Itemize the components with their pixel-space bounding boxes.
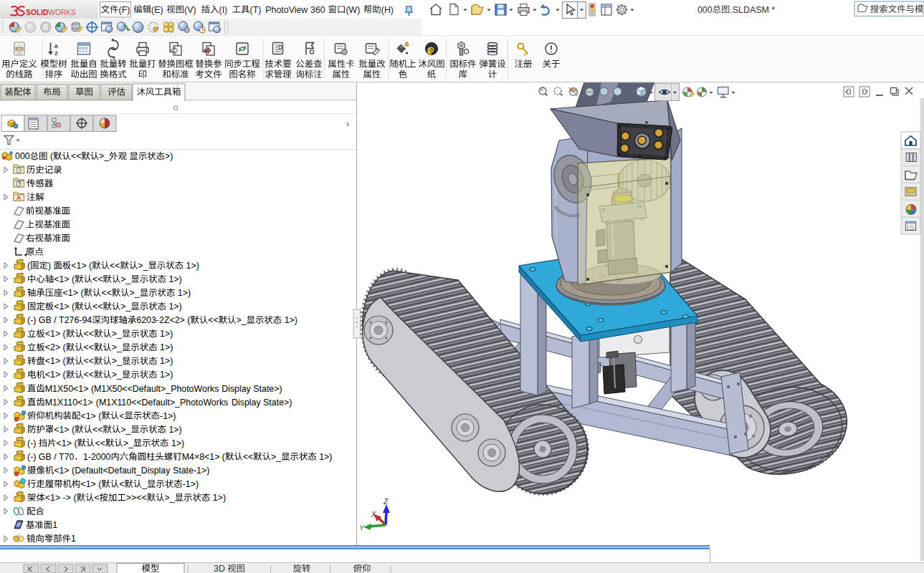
svg-text:<1>: <1> (45, 329, 60, 339)
svg-text:000: 000 (15, 151, 30, 161)
svg-text:-1>): -1>) (160, 411, 176, 421)
svg-text:1>): 1>) (178, 288, 191, 298)
svg-text:1>): 1>) (160, 342, 173, 352)
svg-text:State-1>): State-1>) (173, 466, 209, 476)
svg-text:(V): (V) (184, 5, 196, 15)
svg-text:(M1X110<<Default>_PhotoWorks: (M1X110<<Default>_PhotoWorks (96, 398, 228, 408)
svg-text:*: * (771, 5, 775, 15)
svg-text:1>): 1>) (171, 438, 184, 448)
svg-text:(W): (W) (346, 5, 360, 15)
svg-text:1>): 1>) (160, 329, 173, 339)
svg-text:>_: >_ (112, 356, 123, 366)
svg-text:<<: << (84, 329, 94, 339)
svg-text:<: < (94, 493, 99, 503)
svg-text:1>): 1>) (168, 274, 181, 284)
svg-text:Display: Display (222, 384, 251, 394)
svg-text:>): >) (165, 151, 173, 161)
svg-text:<<: << (95, 438, 105, 448)
svg-text:<1>: <1> (54, 274, 69, 284)
svg-text:<1>: <1> (54, 302, 69, 312)
svg-text:1>): 1>) (285, 315, 297, 325)
svg-text:<: < (119, 411, 124, 421)
svg-text:<<: << (92, 425, 103, 435)
svg-text:›: › (346, 119, 349, 129)
svg-text:<1>: <1> (45, 493, 60, 503)
svg-text:1>): 1>) (168, 425, 181, 435)
svg-text:>_: >_ (112, 370, 123, 380)
svg-text:<<: << (84, 370, 94, 380)
svg-text:A: A (16, 194, 21, 201)
svg-text:X: X (371, 511, 376, 519)
svg-text:State>): State>) (253, 384, 282, 394)
svg-text:<2>: <2> (45, 342, 60, 352)
svg-text:->: -> (63, 493, 71, 503)
svg-text:Display: Display (232, 398, 261, 408)
svg-text:1>): 1>) (186, 261, 199, 271)
svg-text:>_: >_ (120, 302, 131, 312)
svg-text:>_: >_ (112, 342, 123, 352)
svg-text:>_: >_ (165, 493, 176, 503)
svg-text:T70: T70 (59, 452, 74, 462)
svg-text:<1>: <1> (54, 425, 69, 435)
svg-text:360: 360 (310, 5, 325, 15)
svg-text:<1>: <1> (54, 466, 69, 476)
svg-text:Z: Z (383, 498, 389, 506)
svg-text:<: < (119, 479, 124, 489)
svg-text:<<: << (101, 288, 111, 298)
svg-text:>_: >_ (112, 329, 123, 339)
svg-text:1-2000: 1-2000 (83, 452, 111, 462)
svg-text:(-): (-) (27, 315, 36, 325)
svg-text:<1>: <1> (80, 479, 95, 489)
svg-text:1: 1 (71, 534, 76, 544)
svg-text:): ) (48, 261, 51, 271)
svg-text:000: 000 (697, 5, 713, 15)
svg-text:(E): (E) (151, 5, 163, 15)
svg-text:<<: << (243, 452, 253, 462)
svg-text:(Default<Default_Display: (Default<Default_Display (72, 466, 171, 476)
svg-text:GB: GB (39, 452, 52, 462)
svg-text:>_: >_ (237, 315, 247, 325)
svg-text:>><<: >><< (126, 493, 147, 503)
svg-text:<1>: <1> (71, 261, 86, 271)
svg-text:<1>: <1> (63, 288, 78, 298)
svg-text:1>): 1>) (213, 493, 226, 503)
svg-text:BOM: BOM (16, 47, 24, 51)
svg-text:(I): (I) (219, 5, 228, 15)
svg-text:<<: << (110, 261, 120, 271)
svg-text:1: 1 (52, 520, 57, 530)
svg-text:/: / (54, 315, 57, 325)
svg-text:1>): 1>) (319, 452, 332, 462)
svg-text:<1>: <1> (80, 411, 95, 421)
svg-text:1>): 1>) (168, 302, 181, 312)
svg-text:>_: >_ (123, 438, 134, 448)
svg-text:State>): State>) (263, 398, 292, 408)
svg-text:M1X110<1>: M1X110<1> (45, 398, 93, 408)
svg-text:T276-94: T276-94 (59, 315, 92, 325)
svg-text:<1>: <1> (57, 438, 72, 448)
svg-text:<<: << (71, 151, 81, 161)
svg-text:<1>: <1> (45, 370, 60, 380)
svg-text:SOLIDWORKS: SOLIDWORKS (26, 9, 76, 16)
svg-text:>_: >_ (138, 261, 148, 271)
svg-text:<<: << (92, 302, 103, 312)
svg-text:/: / (54, 452, 57, 462)
svg-text:A: A (54, 43, 59, 49)
svg-text:_: _ (141, 479, 148, 489)
svg-text:>_: >_ (130, 288, 140, 298)
svg-text:(H): (H) (381, 5, 394, 15)
svg-text:3D: 3D (214, 564, 225, 573)
svg-text:>_: >_ (120, 425, 131, 435)
svg-text:(M1X50<<Default>_PhotoWorks: (M1X50<<Default>_PhotoWorks (91, 384, 219, 394)
svg-text:GB: GB (39, 315, 52, 325)
svg-text:1>): 1>) (160, 370, 173, 380)
svg-text:Z: Z (54, 50, 58, 57)
svg-text:<<: << (84, 356, 94, 366)
svg-text:(-): (-) (27, 452, 36, 462)
svg-text:1>): 1>) (160, 356, 173, 366)
svg-text:<<: << (84, 342, 94, 352)
svg-text:(T): (T) (250, 5, 262, 15)
svg-text:>_: >_ (271, 452, 282, 462)
svg-text:<<: << (92, 274, 103, 284)
svg-text:>_: >_ (120, 274, 131, 284)
svg-text:(F): (F) (119, 5, 130, 15)
